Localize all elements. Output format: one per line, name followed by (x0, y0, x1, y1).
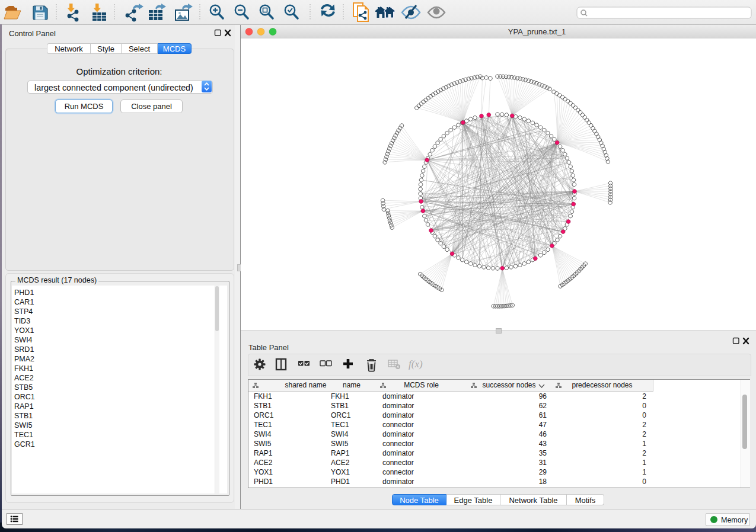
svg-text:f(x): f(x) (409, 358, 423, 370)
